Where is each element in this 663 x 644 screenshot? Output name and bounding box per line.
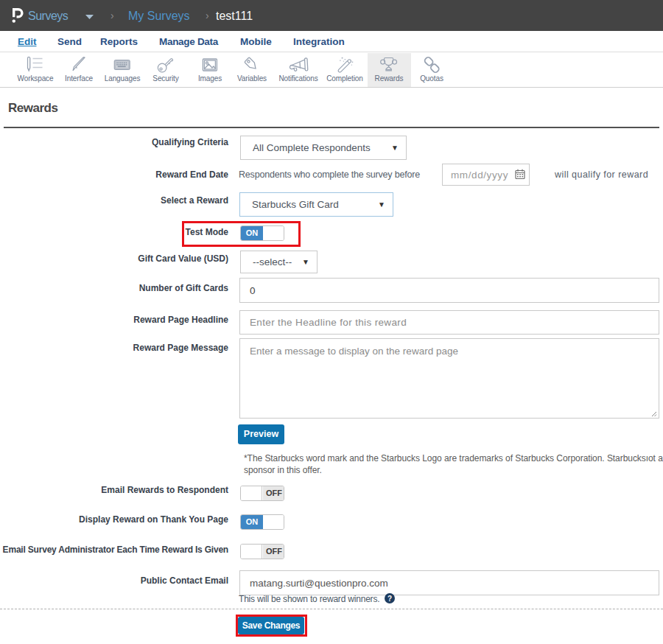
svg-text:?: ?	[387, 595, 392, 603]
